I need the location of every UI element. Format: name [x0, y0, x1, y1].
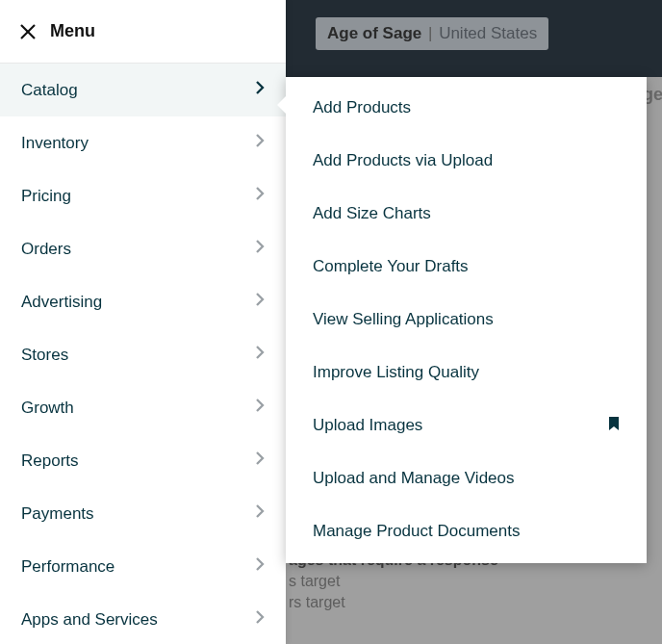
- menu-item[interactable]: Apps and Services: [0, 593, 286, 644]
- menu-item[interactable]: Catalog: [0, 64, 286, 116]
- submenu-item-label: Improve Listing Quality: [313, 363, 479, 382]
- close-icon[interactable]: [19, 23, 37, 40]
- chevron-right-icon: [255, 80, 265, 100]
- brand-region: United States: [439, 24, 537, 42]
- submenu-item-label: Upload Images: [313, 416, 422, 435]
- menu-item-label: Performance: [21, 557, 115, 577]
- bg-line-2: s target: [289, 573, 340, 590]
- menu-item[interactable]: Payments: [0, 487, 286, 540]
- submenu-item[interactable]: Improve Listing Quality: [286, 346, 647, 399]
- submenu-item[interactable]: View Selling Applications: [286, 293, 647, 346]
- bookmark-icon[interactable]: [608, 416, 620, 435]
- submenu-item[interactable]: Complete Your Drafts: [286, 240, 647, 293]
- catalog-submenu: Add ProductsAdd Products via UploadAdd S…: [286, 77, 647, 563]
- chevron-right-icon: [255, 451, 265, 471]
- menu-item-label: Apps and Services: [21, 610, 158, 630]
- submenu-item-label: Add Products via Upload: [313, 151, 493, 170]
- submenu-item-label: View Selling Applications: [313, 310, 494, 329]
- menu-item-label: Orders: [21, 240, 71, 259]
- menu-title: Menu: [50, 21, 95, 41]
- chevron-right-icon: [255, 398, 265, 418]
- menu-item[interactable]: Orders: [0, 222, 286, 275]
- menu-header: Menu: [0, 0, 286, 64]
- submenu-item-label: Manage Product Documents: [313, 522, 520, 541]
- submenu-item[interactable]: Upload Images: [286, 399, 647, 451]
- submenu-item[interactable]: Add Size Charts: [286, 187, 647, 240]
- menu-item-label: Advertising: [21, 293, 102, 312]
- chevron-right-icon: [255, 609, 265, 630]
- submenu-item-label: Add Products: [313, 98, 411, 117]
- chevron-right-icon: [255, 133, 265, 153]
- chevron-right-icon: [255, 186, 265, 206]
- chevron-right-icon: [255, 345, 265, 365]
- brand-name: Age of Sage: [327, 24, 421, 42]
- submenu-item[interactable]: Add Products: [286, 81, 647, 134]
- menu-item-label: Catalog: [21, 81, 78, 100]
- bg-line-3: rs target: [289, 594, 345, 611]
- menu-item[interactable]: Growth: [0, 381, 286, 434]
- flyout-pointer: [277, 94, 288, 116]
- submenu-item-label: Upload and Manage Videos: [313, 469, 515, 488]
- chevron-right-icon: [255, 556, 265, 577]
- submenu-item[interactable]: Manage Product Documents: [286, 504, 647, 557]
- menu-item-label: Pricing: [21, 187, 71, 206]
- menu-list: CatalogInventoryPricingOrdersAdvertising…: [0, 64, 286, 644]
- brand-selector[interactable]: Age of Sage | United States: [316, 17, 548, 50]
- chevron-right-icon: [255, 292, 265, 312]
- submenu-item-label: Complete Your Drafts: [313, 257, 469, 276]
- menu-item[interactable]: Performance: [0, 540, 286, 593]
- submenu-item[interactable]: Add Products via Upload: [286, 134, 647, 187]
- chevron-right-icon: [255, 239, 265, 259]
- menu-item[interactable]: Reports: [0, 434, 286, 487]
- main-menu-panel: Menu CatalogInventoryPricingOrdersAdvert…: [0, 0, 286, 644]
- menu-item-label: Payments: [21, 504, 94, 524]
- chevron-right-icon: [255, 503, 265, 524]
- brand-separator: |: [428, 24, 432, 42]
- submenu-item-label: Add Size Charts: [313, 204, 431, 223]
- menu-item[interactable]: Pricing: [0, 169, 286, 222]
- menu-item-label: Stores: [21, 346, 68, 365]
- menu-item-label: Inventory: [21, 134, 89, 153]
- menu-item-label: Growth: [21, 399, 74, 418]
- submenu-item[interactable]: Upload and Manage Videos: [286, 451, 647, 504]
- menu-item[interactable]: Inventory: [0, 116, 286, 169]
- menu-item[interactable]: Stores: [0, 328, 286, 381]
- menu-item-label: Reports: [21, 451, 79, 471]
- menu-item[interactable]: Advertising: [0, 275, 286, 328]
